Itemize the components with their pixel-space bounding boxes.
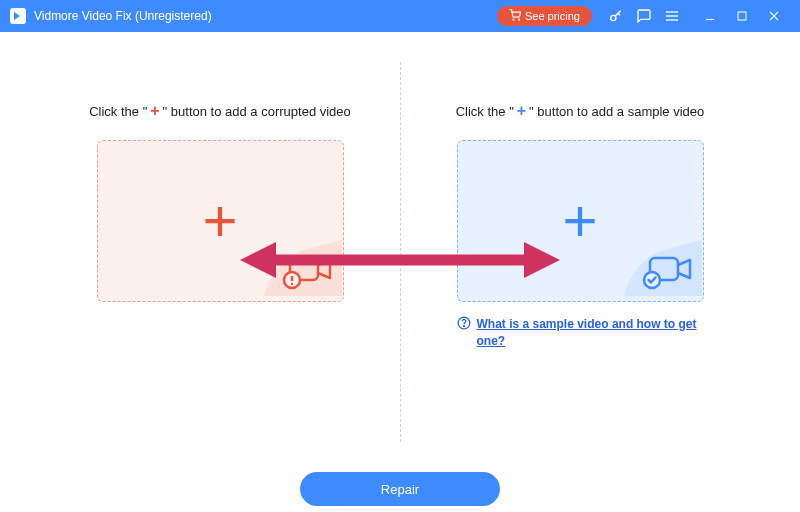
window-controls — [694, 4, 790, 28]
plus-icon: + — [202, 191, 237, 251]
cart-icon — [509, 9, 521, 23]
corrupted-panel-title: Click the " + " button to add a corrupte… — [89, 102, 351, 120]
title-text: Click the " — [89, 104, 147, 119]
pricing-label: See pricing — [525, 10, 580, 22]
svg-marker-22 — [240, 242, 276, 278]
app-logo — [10, 8, 26, 24]
title-text: " button to add a sample video — [529, 104, 704, 119]
svg-point-1 — [518, 19, 519, 20]
title-text: " button to add a corrupted video — [163, 104, 351, 119]
footer: Repair — [0, 472, 800, 512]
svg-marker-23 — [524, 242, 560, 278]
double-arrow-icon — [240, 240, 560, 284]
plus-icon: + — [150, 102, 159, 120]
question-icon — [457, 316, 471, 334]
menu-icon[interactable] — [660, 4, 684, 28]
sample-panel-title: Click the " + " button to add a sample v… — [456, 102, 705, 120]
minimize-button[interactable] — [694, 4, 726, 28]
svg-point-20 — [463, 326, 464, 327]
help-row: What is a sample video and how to get on… — [457, 316, 704, 350]
maximize-button[interactable] — [726, 4, 758, 28]
close-button[interactable] — [758, 4, 790, 28]
app-title: Vidmore Video Fix (Unregistered) — [34, 9, 497, 23]
title-text: Click the " — [456, 104, 514, 119]
repair-button[interactable]: Repair — [300, 472, 500, 506]
svg-rect-10 — [738, 12, 746, 20]
plus-icon: + — [562, 191, 597, 251]
see-pricing-button[interactable]: See pricing — [497, 6, 592, 26]
sample-video-help-link[interactable]: What is a sample video and how to get on… — [477, 316, 704, 350]
main-content: Click the " + " button to add a corrupte… — [0, 32, 800, 472]
key-icon[interactable] — [604, 4, 628, 28]
titlebar: Vidmore Video Fix (Unregistered) See pri… — [0, 0, 800, 32]
svg-point-0 — [513, 19, 514, 20]
ok-video-icon — [624, 240, 702, 300]
feedback-icon[interactable] — [632, 4, 656, 28]
plus-icon: + — [517, 102, 526, 120]
